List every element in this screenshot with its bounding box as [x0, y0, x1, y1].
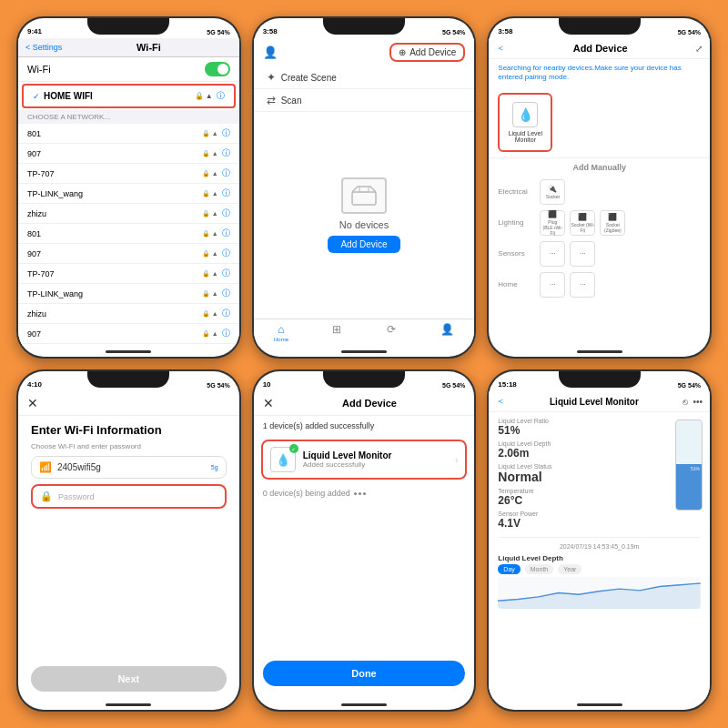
chart-tab-month[interactable]: Month	[525, 564, 553, 574]
network-icons: 🔒 ▲	[202, 150, 218, 157]
socket-zigbee-item[interactable]: ⬛ Socket (Zigbee)	[600, 210, 625, 236]
expand-icon[interactable]: ⤢	[695, 44, 703, 54]
list-item[interactable]: TP-707 🔒 ▲ ⓘ	[18, 164, 239, 184]
info-button[interactable]: ⓘ	[222, 207, 230, 219]
wifi-icon: 📶	[39, 461, 52, 473]
info-button[interactable]: ⓘ	[222, 187, 230, 199]
list-item[interactable]: 907 🔒 ▲ ⓘ	[18, 244, 239, 264]
info-button[interactable]: ⓘ	[222, 147, 230, 159]
list-item[interactable]: 801 🔒 ▲ ⓘ	[18, 124, 239, 144]
list-item[interactable]: zhizu 🔒 ▲ ⓘ	[18, 304, 239, 324]
home-item-1[interactable]: ···	[540, 272, 565, 298]
chart-area	[498, 577, 701, 609]
network-name: TP-707	[27, 169, 198, 178]
plug-ble-wifi-item[interactable]: ⬛ Plug (BLE+Wi-Fi)	[540, 210, 565, 236]
network-icons: 🔒 ▲	[202, 330, 218, 338]
home-icon-1: ···	[550, 280, 556, 288]
home-bar-line	[577, 350, 622, 353]
network-name: 907	[27, 329, 198, 339]
info-button[interactable]: ⓘ	[217, 90, 225, 102]
wifi-toggle-row: Wi-Fi	[18, 57, 239, 82]
liquid-fill: 51%	[676, 464, 702, 510]
home-bar	[254, 346, 475, 357]
pairing-mode-link[interactable]: pairing mode.	[525, 73, 569, 81]
add-device-nav: ＜ Add Device ⤢	[489, 38, 710, 59]
back-chevron[interactable]: ＜	[496, 42, 505, 55]
done-button[interactable]: Done	[263, 661, 466, 686]
wifi-info-title: Enter Wi-Fi Information	[31, 423, 227, 437]
home-wifi-row[interactable]: ✓ HOME WIFI 🔒 ▲ ⓘ	[22, 84, 236, 108]
sensor-item-1[interactable]: ···	[540, 241, 565, 267]
list-item[interactable]: TP-LINK_wang 🔒 ▲ ⓘ	[18, 284, 239, 304]
home-item-2[interactable]: ···	[570, 272, 595, 298]
tab-share[interactable]: ⟳	[364, 323, 420, 342]
chart-tab-day[interactable]: Day	[498, 564, 520, 574]
create-scene-item[interactable]: ✦ Create Scene	[254, 66, 475, 89]
nav-right-icons: ⎋ •••	[682, 397, 703, 407]
network-name: 801	[27, 229, 198, 238]
tab-home[interactable]: ⌂ Home	[254, 323, 309, 342]
success-device-card[interactable]: 💧 ✓ Liquid Level Monitor Added successfu…	[261, 440, 468, 480]
home-bar	[489, 346, 710, 357]
info-button[interactable]: ⓘ	[222, 228, 230, 239]
liquid-monitor-nav: ＜ Liquid Level Monitor ⎋ •••	[489, 391, 710, 412]
home-bar-line	[106, 703, 151, 706]
notch	[323, 18, 405, 35]
password-field[interactable]: 🔒 Password	[31, 484, 227, 509]
next-button[interactable]: Next	[31, 666, 227, 692]
wifi-toggle[interactable]	[205, 62, 230, 76]
socket-item[interactable]: 🔌 Socket	[540, 179, 565, 205]
list-item[interactable]: 907 🔒 ▲ ⓘ	[18, 144, 239, 164]
home-bar	[254, 699, 475, 710]
back-chevron[interactable]: ＜	[496, 395, 505, 408]
device-info: Liquid Level Monitor Added successfully	[303, 450, 448, 469]
tab-grid[interactable]: ⊞	[308, 323, 364, 342]
info-button[interactable]: ⓘ	[222, 167, 230, 179]
scan-item[interactable]: ⇄ Scan	[254, 89, 475, 112]
list-item[interactable]: TP-707 🔒 ▲ ⓘ	[18, 264, 239, 284]
network-name: 907	[27, 149, 198, 158]
status-time-4: 4:10	[27, 380, 42, 389]
notch	[323, 371, 405, 388]
sensor-item-2[interactable]: ···	[570, 241, 595, 267]
info-button[interactable]: ⓘ	[222, 308, 230, 319]
lighting-label: Lighting	[498, 218, 534, 227]
more-icon[interactable]: •••	[693, 397, 703, 407]
share-icon[interactable]: ⎋	[682, 397, 688, 407]
info-button[interactable]: ⓘ	[222, 248, 230, 259]
status-time-2: 3:58	[263, 27, 278, 35]
list-item[interactable]: zhizu 🔒 ▲ ⓘ	[18, 204, 239, 224]
info-button[interactable]: ⓘ	[222, 127, 230, 139]
depth-value: 2.06m	[498, 447, 701, 460]
list-item[interactable]: 801 🔒 ▲ ⓘ	[18, 224, 239, 244]
home-category-label: Home	[498, 280, 534, 288]
share-tab-icon: ⟳	[387, 323, 396, 336]
info-button[interactable]: ⓘ	[222, 288, 230, 299]
screen-add-device: ＜ Add Device ⤢ Searching for nearby devi…	[489, 38, 710, 346]
add-device-icon: ⊕	[399, 47, 406, 57]
add-device-button[interactable]: ⊕ Add Device	[389, 43, 465, 62]
close-button[interactable]: ✕	[27, 396, 38, 410]
list-item[interactable]: 907 🔒 ▲ ⓘ	[18, 324, 239, 344]
list-item[interactable]: TP-LINK_wang 🔒 ▲ ⓘ	[18, 184, 239, 204]
add-device-center-button[interactable]: Add Device	[328, 236, 399, 253]
info-button[interactable]: ⓘ	[222, 328, 230, 339]
info-button[interactable]: ⓘ	[222, 268, 230, 279]
success-header: ✕ Add Device	[254, 391, 475, 416]
back-button[interactable]: < Settings	[25, 43, 62, 52]
chart-tab-year[interactable]: Year	[558, 564, 581, 574]
close-button[interactable]: ✕	[263, 396, 274, 410]
network-icons: 🔒 ▲	[202, 190, 218, 197]
liquid-level-card[interactable]: 💧 Liquid Level Monitor	[498, 93, 552, 152]
depth-label: Liquid Level Depth	[498, 440, 701, 447]
network-icons: 🔒 ▲	[202, 310, 218, 318]
sensors-label: Sensors	[498, 249, 534, 258]
status-time-3: 3:58	[498, 27, 512, 35]
wifi-name-field[interactable]: 📶 2405wifi5g 5g	[31, 456, 227, 479]
socket-wifi-item[interactable]: ⬛ Socket (Wi-Fi)	[570, 210, 595, 236]
socket-wifi-icon: ⬛	[578, 213, 587, 221]
tab-profile[interactable]: 👤	[420, 323, 475, 342]
network-name: 801	[27, 129, 198, 138]
network-icons: 🔒 ▲	[202, 170, 218, 177]
home-tab-icon: ⌂	[278, 323, 284, 336]
